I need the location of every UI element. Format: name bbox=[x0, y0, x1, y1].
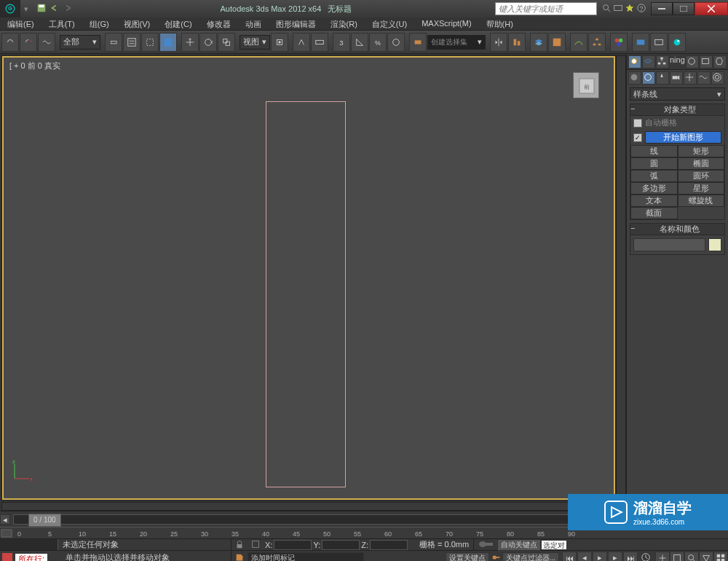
menu-grapheditors[interactable]: 图形编辑器 bbox=[269, 17, 323, 30]
schematic-view-icon[interactable] bbox=[588, 33, 606, 52]
viewport[interactable]: [ + 0 前 0 真实 前 zx bbox=[1, 55, 616, 501]
helpers-subtab-icon[interactable] bbox=[684, 71, 697, 85]
search-input[interactable] bbox=[495, 2, 597, 15]
select-move-icon[interactable] bbox=[181, 33, 199, 52]
geometry-subtab-icon[interactable] bbox=[628, 71, 641, 85]
utilities-tab-icon[interactable] bbox=[713, 55, 727, 68]
material-editor-icon[interactable] bbox=[610, 33, 628, 52]
rectangle-button[interactable]: 矩形 bbox=[678, 145, 725, 157]
helix-button[interactable]: 螺旋线 bbox=[678, 195, 725, 207]
trackbar-toggle-icon[interactable] bbox=[0, 527, 15, 539]
goto-end-icon[interactable]: ⏭ bbox=[623, 552, 638, 562]
motion-tab-icon[interactable] bbox=[686, 55, 699, 68]
layer-manager-icon[interactable] bbox=[530, 33, 547, 52]
next-frame-icon[interactable]: ▸ bbox=[608, 552, 622, 562]
menu-maxscript[interactable]: MAXScript(M) bbox=[414, 17, 478, 30]
save-icon[interactable] bbox=[36, 3, 47, 15]
display-tab-icon[interactable] bbox=[700, 55, 713, 68]
menu-edit[interactable]: 编辑(E) bbox=[0, 17, 41, 30]
select-region-icon[interactable] bbox=[141, 33, 159, 52]
zoom-icon[interactable] bbox=[684, 552, 699, 562]
modify-tab-icon[interactable] bbox=[642, 55, 655, 68]
render-setup-icon[interactable] bbox=[632, 33, 649, 52]
x-coord-input[interactable] bbox=[274, 540, 312, 550]
time-slider[interactable]: 0 / 100 bbox=[13, 514, 613, 525]
menu-modifiers[interactable]: 修改器 bbox=[199, 17, 238, 30]
lock-icon[interactable] bbox=[232, 539, 248, 551]
fov-icon[interactable] bbox=[699, 552, 713, 562]
max-viewport-icon[interactable] bbox=[713, 552, 728, 562]
search-icon[interactable] bbox=[601, 3, 612, 15]
window-minimize[interactable] bbox=[651, 2, 673, 15]
rectangle-shape[interactable] bbox=[266, 101, 346, 487]
pivot-center-icon[interactable] bbox=[271, 33, 288, 52]
prev-frame-icon[interactable]: ◂ bbox=[577, 552, 592, 562]
donut-button[interactable]: 圆环 bbox=[678, 170, 725, 182]
y-coord-input[interactable] bbox=[322, 540, 360, 550]
section-button[interactable]: 截面 bbox=[630, 207, 678, 219]
select-by-name-icon[interactable] bbox=[123, 33, 141, 52]
ref-coord-dropdown[interactable]: 视图 ▾ bbox=[240, 35, 270, 50]
selection-filter-dropdown[interactable]: 全部 ▾ bbox=[60, 35, 100, 50]
script-rec-icon[interactable] bbox=[2, 553, 12, 562]
viewport-scrollbar-x[interactable] bbox=[1, 502, 625, 511]
menu-views[interactable]: 视图(V) bbox=[116, 17, 158, 30]
spline-category-dropdown[interactable]: 样条线▾ bbox=[630, 87, 725, 101]
keyboard-shortcut-icon[interactable] bbox=[311, 33, 328, 52]
text-button[interactable]: 文本 bbox=[630, 195, 678, 207]
timeline-prev-icon[interactable]: ◂ bbox=[0, 514, 10, 525]
menu-help[interactable]: 帮助(H) bbox=[479, 17, 521, 30]
arc-button[interactable]: 弧 bbox=[630, 170, 678, 182]
z-coord-input[interactable] bbox=[370, 540, 408, 550]
zoom-extents-icon[interactable] bbox=[670, 552, 684, 562]
time-tag-icon[interactable] bbox=[232, 552, 248, 562]
redo-icon[interactable] bbox=[63, 3, 73, 15]
time-slider-thumb[interactable]: 0 / 100 bbox=[28, 514, 61, 527]
select-manipulate-icon[interactable] bbox=[293, 33, 310, 52]
play-icon[interactable]: ▸ bbox=[593, 552, 607, 562]
shapes-subtab-icon[interactable] bbox=[642, 71, 655, 85]
ngon-button[interactable]: 多边形 bbox=[630, 182, 678, 195]
select-rotate-icon[interactable] bbox=[199, 33, 217, 52]
line-button[interactable]: 线 bbox=[630, 145, 678, 157]
unlink-icon[interactable] bbox=[20, 33, 37, 52]
undo-icon[interactable] bbox=[50, 3, 60, 15]
setkey-button[interactable]: 设置关键点 bbox=[446, 552, 489, 562]
startnew-checkbox[interactable]: ✓ bbox=[633, 133, 642, 142]
comm-center-icon[interactable] bbox=[613, 3, 623, 15]
startnew-button[interactable]: 开始新图形 bbox=[645, 131, 721, 144]
named-selection-dropdown[interactable]: 创建选择集▾ bbox=[427, 35, 486, 50]
keymode-dropdown[interactable]: 选定对象 bbox=[541, 540, 567, 550]
menu-group[interactable]: 组(G) bbox=[82, 17, 116, 30]
select-scale-icon[interactable] bbox=[218, 33, 235, 52]
object-type-header[interactable]: −对象类型 bbox=[630, 104, 724, 116]
menu-animation[interactable]: 动画 bbox=[238, 17, 269, 30]
graphite-icon[interactable] bbox=[548, 33, 566, 52]
curve-editor-icon[interactable] bbox=[570, 33, 587, 52]
ellipse-button[interactable]: 椭圆 bbox=[678, 157, 725, 170]
bind-spacewarp-icon[interactable] bbox=[38, 33, 55, 52]
create-tab-icon[interactable] bbox=[628, 55, 641, 68]
object-color-swatch[interactable] bbox=[708, 238, 721, 251]
menu-customize[interactable]: 自定义(U) bbox=[365, 17, 414, 30]
autokey-button[interactable]: 自动关键点 bbox=[497, 539, 541, 551]
spacewarps-subtab-icon[interactable] bbox=[697, 71, 711, 85]
mirror-icon[interactable] bbox=[490, 33, 507, 52]
autogrid-checkbox[interactable] bbox=[633, 119, 642, 128]
app-menu-arrow-icon[interactable]: ▾ bbox=[20, 4, 32, 14]
percent-snap-icon[interactable]: % bbox=[369, 33, 387, 52]
link-icon[interactable] bbox=[1, 33, 19, 52]
selection-lock-icon[interactable] bbox=[248, 539, 264, 551]
window-maximize[interactable] bbox=[673, 2, 695, 15]
systems-subtab-icon[interactable] bbox=[711, 71, 724, 85]
edit-named-sel-icon[interactable] bbox=[409, 33, 427, 52]
mini-listener[interactable] bbox=[0, 539, 58, 550]
render-prod-icon[interactable] bbox=[668, 33, 686, 52]
snap-toggle-icon[interactable]: 3 bbox=[333, 33, 350, 52]
name-color-header[interactable]: −名称和颜色 bbox=[630, 224, 724, 235]
time-config-icon[interactable] bbox=[641, 552, 651, 562]
align-icon[interactable] bbox=[508, 33, 526, 52]
key-icon[interactable] bbox=[489, 552, 502, 562]
favorite-icon[interactable] bbox=[625, 3, 635, 15]
viewport-scrollbar-y[interactable] bbox=[616, 55, 626, 501]
